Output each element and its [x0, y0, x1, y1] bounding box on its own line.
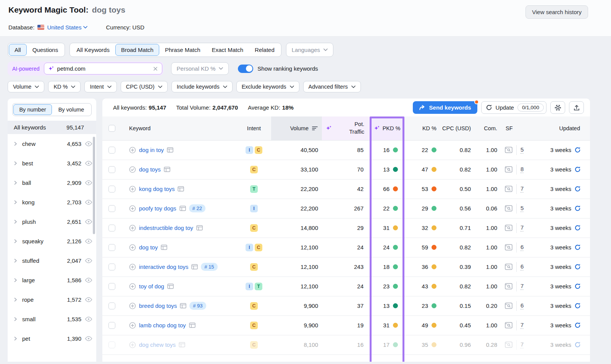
keyword-group-large[interactable]: large1,586	[8, 270, 96, 290]
column-pot-traffic[interactable]: Pot.Traffic	[322, 116, 370, 140]
sidebar-scrollbar[interactable]	[93, 137, 95, 234]
row-checkbox[interactable]	[108, 166, 115, 173]
serp-analysis-icon[interactable]	[189, 322, 196, 328]
sf-count[interactable]: 6	[520, 302, 524, 309]
serp-features-preview-icon[interactable]	[505, 322, 512, 328]
add-keyword-icon[interactable]	[129, 264, 136, 270]
filter-cpc-usd[interactable]: CPC (USD)	[121, 81, 168, 92]
refresh-metrics-icon[interactable]	[574, 205, 581, 212]
keyword-group-kong[interactable]: kong2,703	[8, 193, 96, 212]
keyword-group-best[interactable]: best3,452	[8, 154, 96, 173]
keyword-group-squeaky[interactable]: squeaky2,126	[8, 231, 96, 251]
chevron-right-icon[interactable]	[13, 278, 18, 283]
added-check-icon[interactable]	[129, 166, 136, 173]
sf-count[interactable]: 7	[520, 322, 524, 329]
keyword-link[interactable]: breed dog toys	[139, 303, 177, 309]
keyword-link[interactable]: lamb chop dog toy	[139, 322, 186, 328]
serp-analysis-icon[interactable]	[161, 244, 167, 250]
column-keyword[interactable]: Keyword	[121, 116, 237, 140]
refresh-metrics-icon[interactable]	[574, 341, 581, 348]
keyword-link[interactable]: dog in toy	[139, 147, 164, 153]
column-intent[interactable]: Intent	[237, 116, 271, 140]
chevron-right-icon[interactable]	[13, 317, 18, 322]
serp-features-preview-icon[interactable]	[505, 264, 512, 270]
filter-advanced-filters[interactable]: Advanced filters	[303, 81, 361, 92]
column-cpc[interactable]: CPC (USD)	[440, 116, 475, 140]
refresh-metrics-icon[interactable]	[574, 283, 581, 290]
add-keyword-icon[interactable]	[129, 303, 136, 309]
all-keywords-group[interactable]: All keywords 95,147	[8, 121, 96, 134]
keyword-group-chew[interactable]: chew4,653	[8, 134, 96, 154]
chevron-right-icon[interactable]	[13, 161, 18, 166]
sf-count[interactable]: 6	[520, 244, 524, 251]
add-keyword-icon[interactable]	[129, 225, 136, 231]
serp-analysis-icon[interactable]	[164, 167, 170, 172]
personal-kd-dropdown[interactable]: Personal KD %	[171, 62, 229, 75]
eye-icon[interactable]	[85, 180, 92, 185]
sf-count[interactable]: 5	[520, 205, 524, 212]
add-keyword-icon[interactable]	[129, 186, 136, 193]
row-checkbox[interactable]	[108, 225, 115, 231]
chevron-right-icon[interactable]	[13, 336, 18, 341]
row-checkbox[interactable]	[108, 244, 115, 251]
sf-count[interactable]: 6	[520, 263, 524, 270]
eye-icon[interactable]	[85, 317, 92, 322]
sf-count[interactable]: 5	[520, 146, 524, 154]
add-keyword-icon[interactable]	[129, 341, 136, 348]
keyword-group-plush[interactable]: plush2,651	[8, 212, 96, 231]
keyword-link[interactable]: kong dog toys	[139, 186, 175, 192]
select-all-checkbox[interactable]	[108, 125, 115, 132]
sf-count[interactable]: 7	[520, 224, 524, 231]
keyword-group-stuffed[interactable]: stuffed2,047	[8, 251, 96, 270]
keyword-link[interactable]: indestructible dog toy	[139, 225, 193, 231]
sf-count[interactable]: 7	[520, 283, 524, 290]
row-checkbox[interactable]	[108, 264, 115, 270]
serp-analysis-icon[interactable]	[180, 303, 186, 309]
eye-icon[interactable]	[85, 239, 92, 244]
row-checkbox[interactable]	[108, 186, 115, 193]
column-updated[interactable]: Updated	[530, 116, 590, 140]
clear-search-icon[interactable]	[153, 66, 158, 71]
refresh-metrics-icon[interactable]	[574, 244, 581, 251]
serp-features-preview-icon[interactable]	[505, 283, 512, 290]
keyword-link[interactable]: toy of dog	[139, 283, 164, 290]
by-number-tab[interactable]: By number	[13, 104, 52, 115]
search-input-box[interactable]	[44, 63, 162, 74]
eye-icon[interactable]	[85, 141, 92, 146]
tab-questions[interactable]: Questions	[27, 44, 64, 56]
keyword-link[interactable]: interactive dog toys	[139, 264, 188, 270]
chevron-right-icon[interactable]	[13, 239, 18, 244]
sf-count[interactable]: 7	[520, 341, 524, 348]
serp-features-preview-icon[interactable]	[505, 166, 512, 173]
filter-exclude-keywords[interactable]: Exclude keywords	[236, 81, 299, 92]
tab-broad-match[interactable]: Broad Match	[115, 44, 159, 56]
refresh-metrics-icon[interactable]	[574, 303, 581, 309]
eye-icon[interactable]	[85, 278, 92, 283]
export-button[interactable]	[569, 101, 584, 114]
column-volume[interactable]: Volume	[271, 116, 322, 140]
chevron-right-icon[interactable]	[13, 180, 18, 185]
update-button[interactable]: Update 0/1,000	[481, 101, 546, 114]
add-keyword-icon[interactable]	[129, 244, 136, 251]
row-checkbox[interactable]	[108, 322, 115, 329]
keyword-group-rope[interactable]: rope1,572	[8, 290, 96, 309]
refresh-metrics-icon[interactable]	[574, 147, 581, 153]
table-settings-button[interactable]	[550, 101, 565, 114]
serp-features-preview-icon[interactable]	[505, 341, 512, 348]
add-keyword-icon[interactable]	[129, 205, 136, 212]
refresh-metrics-icon[interactable]	[574, 225, 581, 231]
column-sf[interactable]: SF	[501, 116, 530, 140]
eye-icon[interactable]	[85, 297, 92, 302]
chevron-right-icon[interactable]	[13, 141, 18, 146]
database-select[interactable]: United States	[47, 24, 87, 31]
search-input[interactable]	[57, 65, 150, 72]
column-kd[interactable]: KD %	[404, 116, 440, 140]
row-checkbox[interactable]	[108, 283, 115, 290]
eye-icon[interactable]	[85, 161, 92, 166]
serp-features-preview-icon[interactable]	[505, 225, 512, 231]
serp-analysis-icon[interactable]	[167, 283, 174, 289]
show-ranking-keywords-toggle[interactable]	[238, 65, 253, 73]
tab-all[interactable]: All	[9, 44, 27, 56]
serp-features-preview-icon[interactable]	[505, 186, 512, 192]
by-volume-tab[interactable]: By volume	[52, 104, 91, 115]
